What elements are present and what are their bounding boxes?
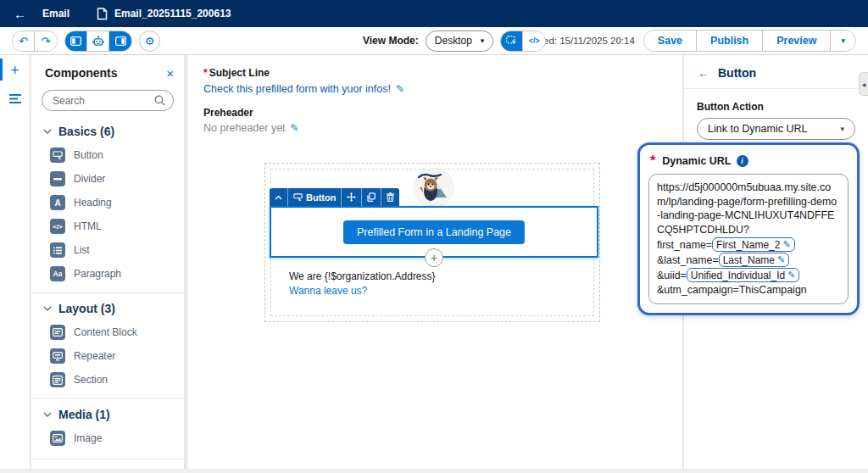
design-code-toggle: </> bbox=[500, 31, 546, 52]
undo-button[interactable]: ↶ bbox=[13, 31, 35, 51]
component-item-html[interactable]: </> HTML bbox=[31, 214, 184, 238]
document-title: Email_20251115_200613 bbox=[114, 8, 231, 19]
component-type-label: Button bbox=[306, 192, 336, 203]
avatar-image-component[interactable] bbox=[415, 169, 453, 207]
url-param-pill-first-name[interactable]: First_Name_2 ✎ bbox=[712, 237, 795, 252]
component-item-button[interactable]: Button bbox=[31, 143, 184, 167]
components-panel-title: Components bbox=[45, 66, 118, 80]
component-item-divider[interactable]: Divider bbox=[31, 167, 184, 191]
chevron-down-icon: ▾ bbox=[840, 125, 844, 133]
unsubscribe-link[interactable]: Wanna leave us? bbox=[289, 285, 367, 297]
subject-line-value[interactable]: Check this prefilled form with yuor info… bbox=[203, 83, 391, 95]
component-item-section[interactable]: Section bbox=[31, 368, 184, 392]
component-label: List bbox=[74, 244, 90, 256]
url-param-prefix: first_name= bbox=[657, 238, 712, 253]
component-item-content-block[interactable]: Content Block bbox=[31, 320, 184, 344]
section-icon bbox=[50, 372, 65, 387]
settings-button[interactable]: ⚙ bbox=[139, 31, 160, 52]
gear-icon: ⚙ bbox=[145, 35, 155, 47]
right-panel-icon bbox=[115, 36, 126, 46]
url-param-pill-last-name[interactable]: Last_Name ✎ bbox=[719, 253, 790, 267]
component-item-heading[interactable]: A Heading bbox=[31, 191, 184, 214]
button-action-select[interactable]: Link to Dynamic URL ▾ bbox=[697, 118, 855, 140]
undo-redo-group: ↶ ↷ bbox=[12, 31, 58, 52]
button-action-value: Link to Dynamic URL bbox=[708, 123, 807, 135]
chevron-down-icon bbox=[43, 306, 52, 311]
edit-param-icon: ✎ bbox=[777, 255, 785, 264]
back-arrow-icon[interactable]: ← bbox=[14, 7, 31, 21]
design-view-button[interactable] bbox=[501, 31, 523, 51]
email-cta-button[interactable]: Prefilled Form in a Landing Page bbox=[343, 220, 525, 244]
component-item-paragraph[interactable]: Aa Paragraph bbox=[31, 262, 184, 286]
publish-button[interactable]: Publish bbox=[697, 31, 763, 51]
move-component-button[interactable] bbox=[342, 188, 362, 206]
delete-component-button[interactable] bbox=[381, 188, 399, 206]
section-media-header[interactable]: Media (1) bbox=[31, 399, 184, 426]
edit-subject-icon[interactable]: ✎ bbox=[396, 84, 404, 94]
component-item-list[interactable]: List bbox=[31, 238, 184, 262]
view-mode-value: Desktop bbox=[435, 35, 472, 47]
required-marker: * bbox=[650, 153, 655, 169]
components-panel: Components × Basics (6) Button Divider A… bbox=[31, 55, 185, 469]
chevron-down-icon: ▾ bbox=[841, 36, 845, 45]
component-label: Image bbox=[74, 432, 102, 444]
email-body-section[interactable]: Button Prefilled Form in a Landing Page … bbox=[264, 163, 600, 322]
close-icon[interactable]: × bbox=[166, 67, 174, 80]
component-item-image[interactable]: Image bbox=[31, 426, 184, 450]
panel-back-arrow-icon[interactable]: ← bbox=[698, 66, 709, 80]
content-block-icon bbox=[50, 325, 65, 340]
heading-icon: A bbox=[50, 195, 65, 210]
component-item-repeater[interactable]: Repeater bbox=[31, 344, 184, 368]
component-label: Content Block bbox=[74, 326, 137, 338]
layers-icon bbox=[9, 94, 21, 103]
dynamic-url-label: Dynamic URL bbox=[662, 155, 731, 167]
section-title: Media (1) bbox=[58, 408, 110, 421]
panel-toggle-group bbox=[64, 31, 132, 52]
edit-preheader-icon[interactable]: ✎ bbox=[291, 123, 299, 133]
component-label: Paragraph bbox=[74, 268, 121, 280]
preview-content-button[interactable] bbox=[87, 31, 109, 51]
code-view-button[interactable]: </> bbox=[523, 31, 545, 51]
paragraph-icon: Aa bbox=[50, 266, 65, 281]
collapse-toolbar-button[interactable] bbox=[270, 188, 288, 206]
panel-collapse-handle[interactable]: ◀ bbox=[859, 72, 868, 96]
image-icon bbox=[50, 431, 65, 446]
undo-icon: ↶ bbox=[19, 35, 28, 47]
edit-param-icon: ✎ bbox=[782, 240, 790, 249]
chevron-down-icon bbox=[43, 412, 52, 417]
section-layout-header[interactable]: Layout (3) bbox=[31, 293, 184, 320]
plus-icon: + bbox=[10, 63, 19, 78]
preheader-value[interactable]: No preheader yet bbox=[203, 122, 286, 134]
info-icon[interactable]: i bbox=[737, 155, 748, 167]
repeater-icon bbox=[50, 348, 65, 364]
preview-button[interactable]: Preview bbox=[763, 31, 831, 51]
component-type-tab[interactable]: Button bbox=[288, 188, 342, 206]
save-button[interactable]: Save bbox=[644, 31, 697, 51]
dynamic-url-base: https://d5j000000m5ubuaa.my.site.com/lp/… bbox=[657, 181, 840, 236]
design-view-icon bbox=[506, 36, 517, 46]
action-button-group: Save Publish Preview ▾ bbox=[643, 30, 856, 52]
duplicate-component-button[interactable] bbox=[362, 188, 381, 206]
email-canvas: *Subject Line Check this prefilled form … bbox=[188, 55, 682, 469]
collapse-arrow-icon: ◀ bbox=[862, 81, 866, 87]
robot-icon bbox=[92, 36, 104, 47]
left-panel-toggle-button[interactable] bbox=[65, 31, 87, 51]
url-param-pill-uiid[interactable]: Unified_Individual_Id ✎ bbox=[687, 268, 800, 282]
view-mode-select[interactable]: Desktop ▾ bbox=[426, 31, 494, 52]
url-param-prefix: &last_name= bbox=[657, 253, 719, 268]
button-icon bbox=[50, 147, 65, 163]
component-label: Divider bbox=[74, 173, 105, 185]
more-actions-button[interactable]: ▾ bbox=[831, 31, 855, 51]
dynamic-url-callout: * Dynamic URL i https://d5j000000m5ubuaa… bbox=[637, 142, 860, 315]
section-basics-header[interactable]: Basics (6) bbox=[31, 116, 184, 143]
add-component-button[interactable]: + bbox=[425, 248, 443, 267]
search-icon bbox=[154, 95, 165, 106]
left-panel-icon bbox=[70, 36, 81, 46]
section-title: Basics (6) bbox=[58, 125, 114, 138]
rail-structure-tab[interactable] bbox=[0, 84, 30, 113]
redo-button[interactable]: ↷ bbox=[35, 31, 57, 51]
rail-components-tab[interactable]: + bbox=[0, 55, 30, 84]
copy-icon bbox=[367, 192, 376, 202]
dynamic-url-field[interactable]: https://d5j000000m5ubuaa.my.site.com/lp/… bbox=[648, 174, 849, 304]
right-panel-toggle-button[interactable] bbox=[109, 31, 131, 51]
